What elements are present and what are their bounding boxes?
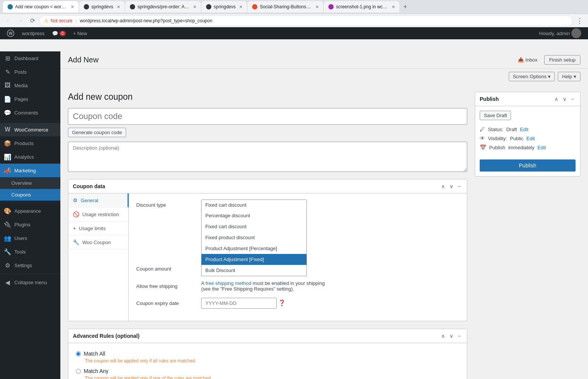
sidebar-label-dashboard: Dashboard [14, 56, 38, 61]
tab-close-3-icon[interactable]: × [193, 4, 196, 10]
coupon-data-inner: ⚙ General 🚫 Usage restriction + Usage li… [68, 193, 467, 321]
publish-body: Save Draft 🖊 Status: Draft Edit 👁 [475, 106, 580, 176]
save-draft-button[interactable]: Save Draft [480, 111, 511, 120]
dropdown-fixed-cart[interactable]: Fixed cart discount [202, 221, 306, 232]
metabox-down-button[interactable]: ∨ [448, 183, 455, 190]
coupon-expiry-row: Coupon expiry date ❓ [136, 298, 459, 309]
match-all-radio[interactable] [76, 351, 81, 356]
publish-title: Publish [480, 96, 499, 102]
match-any-label[interactable]: Match Any [76, 368, 459, 374]
generate-coupon-button[interactable]: Generate coupon code [68, 128, 126, 137]
advanced-rules-up-button[interactable]: ∧ [440, 332, 446, 340]
tab-close-2-icon[interactable]: × [117, 4, 120, 10]
admin-bar-new[interactable]: + New [69, 27, 91, 39]
sidebar-item-appearance[interactable]: 🎨 Appearance [0, 204, 60, 218]
tab-usage-restriction-label: Usage restriction [82, 212, 119, 217]
tab-close-6-icon[interactable]: × [392, 4, 395, 10]
dropdown-product-adj-fixed[interactable]: Product Adjustment [Fixed] [202, 254, 306, 265]
metabox-close-button[interactable]: − [456, 183, 462, 190]
sidebar-item-tools[interactable]: 🔧 Tools [0, 245, 60, 258]
discount-type-row: Discount type Percentage discount Fixed … [136, 200, 459, 210]
publish-timing-edit-link[interactable]: Edit [537, 145, 546, 150]
tab-title: Add new coupon < wordpress... [15, 4, 67, 9]
publish-close-button[interactable]: − [570, 95, 576, 103]
tab-3[interactable]: springdevs/pre-order: Allow cust... × [125, 1, 201, 12]
dropdown-bulk-discount[interactable]: Bulk Discount [202, 265, 306, 276]
help-button[interactable]: Help ▾ [558, 72, 580, 81]
general-tab-icon: ⚙ [73, 197, 78, 203]
publish-button[interactable]: Publish [480, 159, 576, 172]
admin-bar-howdy[interactable]: Howdy, admin [536, 27, 585, 39]
sidebar-item-woocommerce[interactable]: W WooCommerce [0, 123, 60, 136]
admin-avatar [571, 28, 581, 38]
admin-bar-wp-logo[interactable]: W [3, 27, 18, 39]
coupon-expiry-input[interactable] [201, 298, 277, 309]
sidebar-sub-coupons[interactable]: Coupons [0, 189, 60, 201]
tab-woo-coupon[interactable]: 🔧 Woo Coupon [68, 235, 128, 249]
admin-bar-comments[interactable]: 💬 0 [48, 27, 69, 39]
status-edit-link[interactable]: Edit [520, 127, 528, 132]
sidebar-item-marketing[interactable]: 📣 Marketing [0, 164, 60, 177]
coupon-expiry-field: ❓ [201, 298, 459, 309]
active-tab[interactable]: Add new coupon < wordpress... × [3, 1, 79, 12]
sidebar-item-dashboard[interactable]: ⊞ Dashboard [0, 51, 60, 65]
tab-close-5-icon[interactable]: × [316, 4, 319, 10]
tab-4[interactable]: springdevs × [202, 1, 247, 12]
dropdown-fixed-product[interactable]: Fixed product discount [202, 232, 306, 243]
metabox-up-button[interactable]: ∧ [440, 183, 446, 190]
sidebar-sub-overview[interactable]: Overview [0, 177, 60, 189]
browser-menu-button[interactable]: ⋮ [574, 15, 585, 26]
tab-5[interactable]: Social-Sharing-Buttons/readme.t... × [248, 1, 323, 12]
inbox-label: Inbox [525, 57, 537, 63]
comments-count: 0 [60, 31, 66, 36]
forward-button[interactable]: → [15, 15, 26, 26]
admin-bar-site[interactable]: wordpress [18, 27, 48, 39]
sidebar-label-comments: Comments [14, 110, 38, 116]
sidebar-item-pages[interactable]: 📄 Pages [0, 92, 60, 106]
sidebar-item-plugins[interactable]: 🔌 Plugins [0, 218, 60, 231]
sidebar-item-users[interactable]: 👥 Users [0, 231, 60, 245]
sidebar-item-settings[interactable]: ⚙ Settings [0, 258, 60, 272]
description-textarea[interactable] [68, 142, 467, 172]
main-column: Add new coupon Generate coupon code Coup… [68, 92, 467, 379]
inbox-button[interactable]: 📥 Inbox [514, 56, 541, 64]
tab-6[interactable]: screenshot-1.png in wc-pre-orde... × [324, 1, 399, 12]
sidebar-item-products[interactable]: 📦 Products [0, 136, 60, 150]
screen-options-button[interactable]: Screen Options ▾ [509, 72, 555, 81]
tab-usage-restriction[interactable]: 🚫 Usage restriction [68, 207, 128, 221]
sidebar-item-comments[interactable]: 💬 Comments [0, 106, 60, 119]
tab-close-icon[interactable]: × [71, 4, 74, 10]
sidebar-collapse-btn[interactable]: ◀ Collapse menu [0, 275, 60, 289]
match-any-radio[interactable] [76, 369, 81, 374]
publish-up-button[interactable]: ∧ [553, 95, 560, 103]
tab-general[interactable]: ⚙ General [68, 193, 129, 207]
sidebar-item-media[interactable]: 🖼 Media [0, 79, 60, 92]
new-tab-button[interactable]: + [400, 3, 410, 11]
tab-2[interactable]: springdevs × [79, 1, 125, 12]
tab-usage-limits[interactable]: + Usage limits [68, 221, 128, 235]
sidebar-label-analytics: Analytics [14, 154, 34, 160]
tab-close-4-icon[interactable]: × [239, 4, 242, 10]
dropdown-percentage[interactable]: Percentage discount [202, 210, 306, 221]
posts-icon: ✎ [4, 68, 11, 76]
free-shipping-link[interactable]: free shipping method [206, 280, 251, 286]
address-bar[interactable]: ⚠ Not secure | wordpress.local/wp-admin/… [39, 15, 573, 26]
sidebar-item-analytics[interactable]: 📊 Analytics [0, 150, 60, 164]
woocommerce-icon: W [4, 126, 11, 133]
coupon-expiry-help-icon[interactable]: ❓ [278, 300, 286, 306]
marketing-icon: 📣 [4, 167, 11, 174]
discount-type-select[interactable]: Percentage discount Fixed cart discount … [201, 200, 307, 210]
visibility-edit-link[interactable]: Edit [526, 136, 535, 141]
tab-title-6: screenshot-1.png in wc-pre-orde... [336, 4, 388, 9]
publish-down-button[interactable]: ∨ [561, 95, 568, 103]
coupon-code-input[interactable] [68, 108, 467, 125]
match-all-label[interactable]: Match All [76, 351, 459, 357]
advanced-rules-close-button[interactable]: − [456, 332, 462, 340]
finish-setup-button[interactable]: Finish setup [544, 55, 580, 65]
back-button[interactable]: ← [3, 15, 14, 26]
tab-favicon-3 [130, 4, 135, 9]
refresh-button[interactable]: ⟳ [27, 15, 38, 26]
dropdown-product-adj-pct[interactable]: Product Adjustment [Percentage] [202, 243, 306, 254]
sidebar-item-posts[interactable]: ✎ Posts [0, 65, 60, 79]
advanced-rules-down-button[interactable]: ∨ [448, 332, 455, 340]
